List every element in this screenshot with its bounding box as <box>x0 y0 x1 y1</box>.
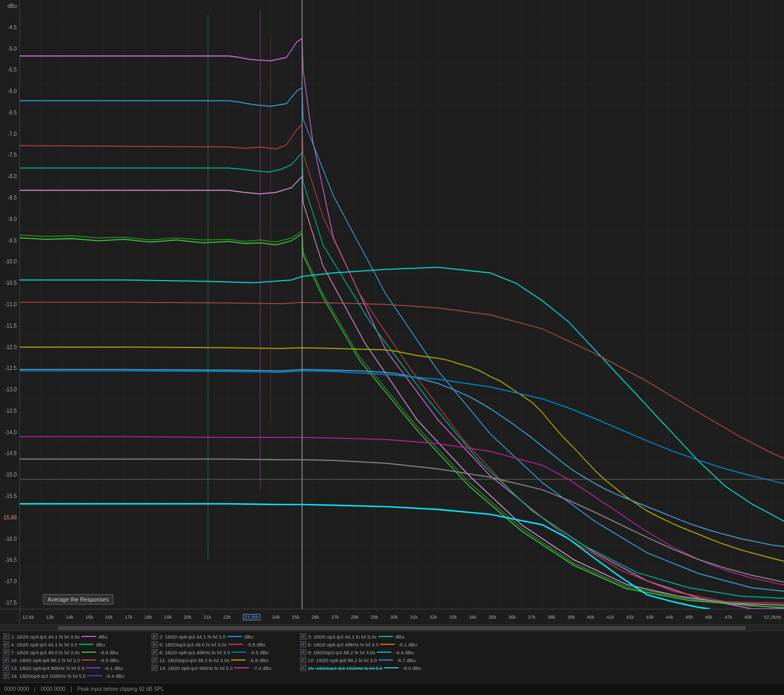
x-label: 47k <box>724 615 732 620</box>
legend-checkbox-8[interactable] <box>152 649 158 655</box>
legend-value-8: -6.5 dBu <box>250 650 269 655</box>
x-label: 13k <box>46 615 54 620</box>
legend-area: 1: 18i20 op3-ip3 44.1 hi lvl 3.0s dBu 2:… <box>0 631 784 682</box>
y-label: -14.5 <box>1 450 18 456</box>
legend-item-4: 4: 18i20 op8-ip3 44.1 lo lvl 3.0 dBu <box>3 641 149 647</box>
legend-item-7: 7: 18i20 op3-ip3 48.0 lo lvl 3.0s -6.9 d… <box>3 649 149 655</box>
legend-checkbox-7[interactable] <box>3 649 9 655</box>
y-label: -12.0 <box>1 344 18 350</box>
legend-line-8 <box>232 652 246 653</box>
y-label: -13.5 <box>1 408 18 414</box>
legend-checkbox-13[interactable] <box>3 665 9 671</box>
x-label: 28k <box>351 615 359 620</box>
y-label: -7.0 <box>1 131 18 137</box>
x-label: 49k <box>744 615 752 620</box>
legend-label-9: 9: 18i20op3-ip3 88.2 hi lvl 3.0s <box>308 650 375 655</box>
y-label: -10.0 <box>1 259 18 264</box>
x-label: 41k <box>607 615 615 620</box>
x-label: 38k <box>548 615 556 620</box>
x-label: 16k <box>105 615 113 620</box>
y-label: -14.0 <box>1 430 18 435</box>
legend-line-1 <box>82 636 96 637</box>
legend-checkbox-11[interactable] <box>152 657 158 663</box>
legend-value-9: -6.4 dBu <box>395 650 414 655</box>
x-label: 44k <box>666 615 674 620</box>
legend-item-6: 6: 18i20 op8-ip3 48kHz hi lvl 3.0 -6.1 d… <box>300 641 446 647</box>
legend-item-9: 9: 18i20op3-ip3 88.2 hi lvl 3.0s -6.4 dB… <box>300 649 446 655</box>
y-label: -12.5 <box>1 365 18 371</box>
legend-label-14: 14: 18i20 op8-ip3 96kHz lo lvl 5.5 <box>159 665 233 671</box>
legend-line-16 <box>87 675 102 676</box>
legend-checkbox-10[interactable] <box>3 657 9 663</box>
legend-checkbox-6[interactable] <box>300 641 306 647</box>
legend-item-11: 11: 18i20op3-ip3 88.2 lo lvl 3.0s -6.8 d… <box>152 657 298 663</box>
legend-line-14 <box>234 667 249 668</box>
legend-label-8: 8: 18i20 op8-ip3 48kHz lo lvl 3.0 <box>159 650 230 655</box>
legend-checkbox-12[interactable] <box>300 657 306 663</box>
legend-checkbox-2[interactable] <box>152 633 158 640</box>
legend-line-6 <box>380 644 395 645</box>
legend-row: 1: 18i20 op3-ip3 44.1 hi lvl 3.0s dBu 2:… <box>3 633 781 640</box>
legend-checkbox-1[interactable] <box>3 633 9 640</box>
y-label: -16.0 <box>1 536 18 542</box>
y-label: -11.0 <box>1 302 18 307</box>
legend-unit-1: dBu <box>99 634 108 640</box>
legend-item-8: 8: 18i20 op8-ip3 48kHz lo lvl 3.0 -6.5 d… <box>152 649 298 655</box>
legend-item-14: 14: 18i20 op8-ip3 96kHz lo lvl 5.5 -7.4 … <box>152 665 298 671</box>
x-label-cursor: 23.35k <box>243 614 260 620</box>
legend-line-7 <box>82 652 96 653</box>
average-responses-button[interactable]: Average the Responses <box>43 594 113 605</box>
legend-value-13: -6.1 dBu <box>104 665 123 671</box>
x-label: 22k <box>223 615 231 620</box>
x-axis-labels: 12.6k 13k 14k 15k 16k 17k 18k 19k 20k 21… <box>20 609 784 624</box>
y-label: -9.0 <box>1 216 18 222</box>
legend-line-2 <box>227 636 242 637</box>
legend-value-5: -5.8 dBu <box>247 642 266 647</box>
legend-label-12: 12: 18i20 op8-ip8 88.2 lo lvl 3.0 <box>308 657 377 663</box>
legend-checkbox-15[interactable] <box>300 665 306 671</box>
legend-checkbox-4[interactable] <box>3 641 9 647</box>
legend-line-11 <box>231 659 246 661</box>
legend-row: 4: 18i20 op8-ip3 44.1 lo lvl 3.0 dBu 5: … <box>3 641 781 647</box>
legend-unit-3: dBu <box>396 634 405 640</box>
y-label: -15.0 <box>1 472 18 478</box>
x-label: 35k <box>489 615 497 620</box>
svg-rect-0 <box>20 0 784 609</box>
y-label: -10.5 <box>1 280 18 286</box>
x-label: 32k <box>430 615 437 620</box>
legend-item-16: 16: 18i20op8-ip3 192kHz hi lvl 5.5 -6.4 … <box>3 673 149 679</box>
y-label: -4.5 <box>1 25 18 30</box>
x-label: 52.2kHz <box>764 615 781 620</box>
x-label: 36k <box>508 615 516 620</box>
bottom-item-3: Peak input before clipping 92 dB SPL <box>77 686 164 692</box>
legend-checkbox-16[interactable] <box>3 673 9 679</box>
legend-row: 16: 18i20op8-ip3 192kHz hi lvl 5.5 -6.4 … <box>3 673 781 679</box>
legend-row: 13: 18i20 op8-ip3 96kHz hi lvl 5.5 -6.1 … <box>3 665 781 671</box>
legend-checkbox-14[interactable] <box>152 665 158 671</box>
scrollbar-track[interactable] <box>20 625 784 631</box>
legend-line-12 <box>378 659 393 661</box>
x-label: 46k <box>705 615 713 620</box>
chart-plot[interactable]: Average the Responses <box>20 0 784 609</box>
legend-value-10: -6.5 dBu <box>100 657 119 663</box>
x-label: 14k <box>66 615 74 620</box>
legend-line-10 <box>82 659 96 661</box>
bottom-separator-2: | <box>71 686 72 692</box>
x-label: 17k <box>125 615 133 620</box>
legend-checkbox-3[interactable] <box>300 633 306 640</box>
legend-unit-4: dBu <box>96 642 105 647</box>
legend-row: 10: 18i20 op8-ip8 88.2 hi lvl 3.0 -6.5 d… <box>3 657 781 663</box>
legend-line-13 <box>86 667 100 668</box>
legend-line-15 <box>384 667 399 668</box>
y-label: -16.5 <box>1 557 18 563</box>
legend-checkbox-5[interactable] <box>152 641 158 647</box>
legend-value-15: -8.0 dBu <box>402 665 421 671</box>
legend-checkbox-9[interactable] <box>300 649 306 655</box>
legend-label-7: 7: 18i20 op3-ip3 48.0 lo lvl 3.0s <box>11 650 80 655</box>
y-label: -7.5 <box>1 152 18 158</box>
y-label: -15.5 <box>1 493 18 499</box>
x-label: 12.6k <box>22 615 34 620</box>
y-axis: dBu -4.5 -5.0 -5.5 -6.0 -6.5 -7.0 -7.5 -… <box>0 0 20 609</box>
scrollbar-thumb[interactable] <box>58 626 746 630</box>
app: dBu -4.5 -5.0 -5.5 -6.0 -6.5 -7.0 -7.5 -… <box>0 0 784 695</box>
